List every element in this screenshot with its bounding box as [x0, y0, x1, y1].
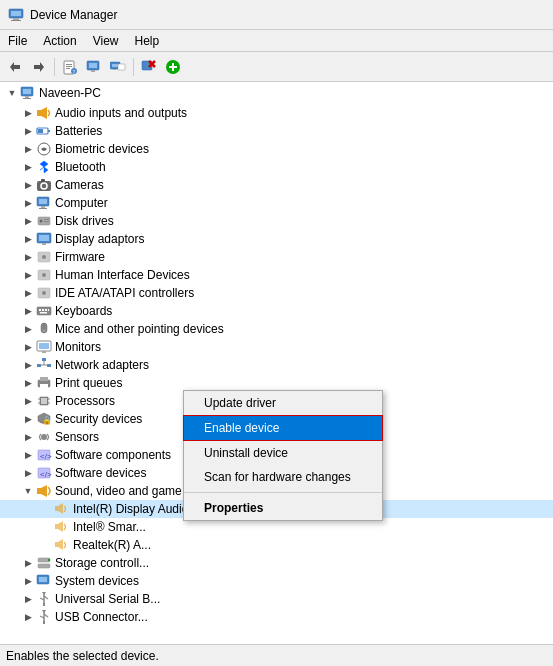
menu-file[interactable]: File: [0, 32, 35, 50]
tree-item-displayadaptors[interactable]: ▶Display adaptors: [0, 230, 553, 248]
display-icon: [36, 231, 52, 247]
tree-item-firmware[interactable]: ▶Firmware: [0, 248, 553, 266]
toolbar-forward[interactable]: [28, 56, 50, 78]
svg-point-84: [41, 434, 47, 440]
svg-text:?: ?: [73, 69, 76, 75]
printer-icon: [36, 375, 52, 391]
device-tree: ▼ Naveen-PC: [0, 82, 553, 104]
context-menu-item-0[interactable]: Update driver: [184, 391, 382, 415]
tree-item-batteries[interactable]: ▶Batteries: [0, 122, 553, 140]
tree-label-softwarecomponents: Software components: [55, 448, 171, 462]
tree-item-hid[interactable]: ▶Human Interface Devices: [0, 266, 553, 284]
expand-arrow-softwaredevices[interactable]: ▶: [20, 465, 36, 481]
svg-rect-33: [38, 129, 43, 133]
expand-arrow-keyboards[interactable]: ▶: [20, 303, 36, 319]
menu-action[interactable]: Action: [35, 32, 84, 50]
toolbar-sep1: [54, 58, 55, 76]
tree-label-firmware: Firmware: [55, 250, 105, 264]
expand-arrow-biometric[interactable]: ▶: [20, 141, 36, 157]
expand-arrow-ideata[interactable]: ▶: [20, 285, 36, 301]
svg-marker-94: [58, 521, 63, 532]
tree-label-batteries: Batteries: [55, 124, 102, 138]
expand-arrow-bluetooth[interactable]: ▶: [20, 159, 36, 175]
menu-bar: File Action View Help: [0, 30, 553, 52]
tree-item-systemdevices[interactable]: ▶System devices: [0, 572, 553, 590]
expand-arrow-displayadaptors[interactable]: ▶: [20, 231, 36, 247]
sound-child-icon: [54, 501, 70, 517]
tree-root[interactable]: ▼ Naveen-PC: [0, 84, 553, 102]
tree-item-audio[interactable]: ▶Audio inputs and outputs: [0, 104, 553, 122]
tree-item-universalserial[interactable]: ▶Universal Serial B...: [0, 590, 553, 608]
tree-item-biometric[interactable]: ▶Biometric devices: [0, 140, 553, 158]
svg-marker-96: [58, 539, 63, 550]
svg-rect-49: [42, 243, 46, 245]
svg-marker-90: [41, 485, 47, 497]
tree-item-storagecontrollers[interactable]: ▶Storage controll...: [0, 554, 553, 572]
toolbar-scan[interactable]: [83, 56, 105, 78]
expand-arrow-usbconnector[interactable]: ▶: [20, 609, 36, 625]
svg-point-64: [43, 330, 45, 332]
expand-arrow-hid[interactable]: ▶: [20, 267, 36, 283]
tree-item-realtek[interactable]: Realtek(R) A...: [0, 536, 553, 554]
expand-arrow-batteries[interactable]: ▶: [20, 123, 36, 139]
expand-arrow-diskdrives[interactable]: ▶: [20, 213, 36, 229]
tree-area: ▼ Naveen-PC ▶Audio inputs and outputs▶Ba…: [0, 82, 553, 644]
usb-icon: [36, 591, 52, 607]
tree-label-diskdrives: Disk drives: [55, 214, 114, 228]
svg-rect-9: [66, 68, 70, 69]
expand-arrow-networkadapters[interactable]: ▶: [20, 357, 36, 373]
menu-help[interactable]: Help: [127, 32, 168, 50]
toolbar-back[interactable]: [4, 56, 26, 78]
tree-label-bluetooth: Bluetooth: [55, 160, 106, 174]
tree-label-ideata: IDE ATA/ATAPI controllers: [55, 286, 194, 300]
expand-arrow-systemdevices[interactable]: ▶: [20, 573, 36, 589]
app-icon: [8, 7, 24, 23]
svg-marker-4: [10, 62, 20, 72]
expand-arrow-printqueues[interactable]: ▶: [20, 375, 36, 391]
toolbar-properties[interactable]: ?: [59, 56, 81, 78]
expand-arrow-sensors[interactable]: ▶: [20, 429, 36, 445]
expand-arrow-cameras[interactable]: ▶: [20, 177, 36, 193]
svg-marker-106: [42, 592, 46, 595]
tree-item-computer[interactable]: ▶Computer: [0, 194, 553, 212]
toolbar-add[interactable]: [162, 56, 184, 78]
context-menu-item-1[interactable]: Enable device: [183, 415, 383, 441]
menu-view[interactable]: View: [85, 32, 127, 50]
tree-item-monitors[interactable]: ▶Monitors: [0, 338, 553, 356]
tree-item-diskdrives[interactable]: ▶Disk drives: [0, 212, 553, 230]
context-menu-item-3[interactable]: Scan for hardware changes: [184, 465, 382, 489]
tree-label-hid: Human Interface Devices: [55, 268, 190, 282]
expand-arrow-processors[interactable]: ▶: [20, 393, 36, 409]
root-expand-arrow[interactable]: ▼: [4, 85, 20, 101]
svg-rect-59: [45, 309, 47, 311]
tree-item-keyboards[interactable]: ▶Keyboards: [0, 302, 553, 320]
tree-item-mice[interactable]: ▶Mice and other pointing devices: [0, 320, 553, 338]
tree-item-networkadapters[interactable]: ▶Network adapters: [0, 356, 553, 374]
expand-arrow-firmware[interactable]: ▶: [20, 249, 36, 265]
tree-items-container: ▶Audio inputs and outputs▶Batteries▶Biom…: [0, 104, 553, 626]
expand-arrow-soundvideo[interactable]: ▼: [20, 483, 36, 499]
svg-rect-67: [42, 351, 46, 353]
svg-rect-3: [11, 20, 21, 21]
svg-rect-101: [39, 577, 47, 582]
context-menu-item-2[interactable]: Uninstall device: [184, 441, 382, 465]
tree-label-intel-display: Intel(R) Display Audio: [73, 502, 188, 516]
expand-arrow-universalserial[interactable]: ▶: [20, 591, 36, 607]
expand-arrow-securitydevices[interactable]: ▶: [20, 411, 36, 427]
expand-arrow-computer[interactable]: ▶: [20, 195, 36, 211]
expand-arrow-mice[interactable]: ▶: [20, 321, 36, 337]
camera-icon: [36, 177, 52, 193]
tree-item-usbconnector[interactable]: ▶USB Connector...: [0, 608, 553, 626]
svg-rect-95: [55, 542, 58, 547]
tree-item-ideata[interactable]: ▶IDE ATA/ATAPI controllers: [0, 284, 553, 302]
tree-item-cameras[interactable]: ▶Cameras: [0, 176, 553, 194]
toolbar-view-computers[interactable]: [107, 56, 129, 78]
tree-label-monitors: Monitors: [55, 340, 101, 354]
toolbar-uninstall[interactable]: [138, 56, 160, 78]
tree-item-bluetooth[interactable]: ▶Bluetooth: [0, 158, 553, 176]
context-menu-item-4[interactable]: Properties: [184, 496, 382, 520]
expand-arrow-monitors[interactable]: ▶: [20, 339, 36, 355]
expand-arrow-storagecontrollers[interactable]: ▶: [20, 555, 36, 571]
expand-arrow-audio[interactable]: ▶: [20, 105, 36, 121]
expand-arrow-softwarecomponents[interactable]: ▶: [20, 447, 36, 463]
